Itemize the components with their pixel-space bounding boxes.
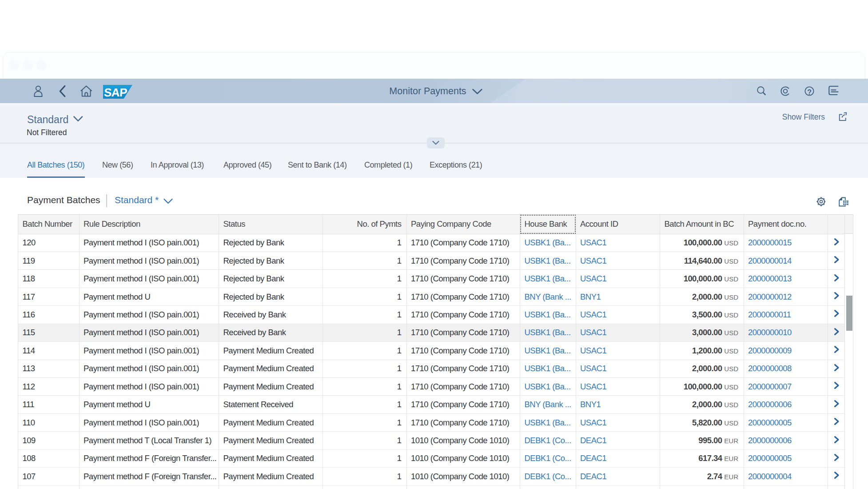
svg-text:?: ? [807,88,812,96]
svg-text:SAP: SAP [104,86,127,99]
